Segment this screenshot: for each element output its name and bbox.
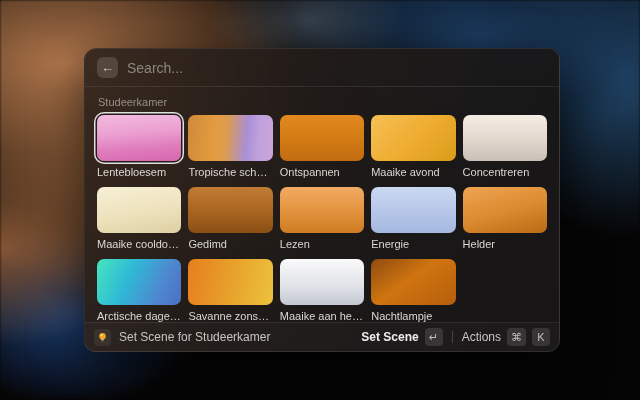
footer-divider [452,331,453,343]
scene-thumbnail[interactable] [371,187,455,233]
scene-thumbnail[interactable] [280,187,364,233]
scene-label: Arctische dageraad [97,310,181,322]
scene-thumbnail[interactable] [188,187,272,233]
scene-label: Savanne zonsonderg… [188,310,272,322]
scene-label: Maaike avond [371,166,455,178]
scene-item[interactable]: Energie [371,187,455,250]
action-bar: Set Scene for Studeerkamer Set Scene ↵ A… [85,322,559,351]
scene-item[interactable]: Maaike avond [371,115,455,178]
scene-picker-window: ← Studeerkamer Lentebloesem Tropische sc… [84,48,560,352]
command-keycap: ⌘ [507,328,526,346]
set-scene-label: Set Scene [361,330,418,344]
scene-label: Nachtlampje [371,310,455,322]
scene-item[interactable]: Maaike aan het werk [280,259,364,322]
scene-thumbnail[interactable] [97,259,181,305]
enter-keycap: ↵ [425,328,443,346]
scene-label: Tropische schemering [188,166,272,178]
scene-label: Maaike cooldown [97,238,181,250]
scene-thumbnail[interactable] [280,115,364,161]
scene-item[interactable]: Tropische schemering [188,115,272,178]
search-bar: ← [85,49,559,87]
scene-item[interactable]: Gedimd [188,187,272,250]
scene-item[interactable]: Maaike cooldown [97,187,181,250]
scene-item[interactable]: Helder [463,187,547,250]
scene-item[interactable]: Savanne zonsonderg… [188,259,272,322]
scene-thumbnail[interactable] [463,115,547,161]
scene-label: Energie [371,238,455,250]
scene-thumbnail[interactable] [463,187,547,233]
scene-item[interactable]: Lezen [280,187,364,250]
k-keycap: K [532,328,550,346]
scene-label: Lentebloesem [97,166,181,178]
section-title: Studeerkamer [98,96,547,108]
scene-item[interactable]: Nachtlampje [371,259,455,322]
scene-thumbnail[interactable] [97,115,181,161]
scene-label: Concentreren [463,166,547,178]
scene-thumbnail[interactable] [371,115,455,161]
scene-label: Helder [463,238,547,250]
scene-item[interactable]: Lentebloesem [97,115,181,178]
scene-label: Lezen [280,238,364,250]
scene-list: Studeerkamer Lentebloesem Tropische sche… [85,87,559,322]
scene-item[interactable]: Concentreren [463,115,547,178]
scene-label: Maaike aan het werk [280,310,364,322]
search-input[interactable] [127,60,547,76]
status-text: Set Scene for Studeerkamer [119,330,270,344]
scene-item[interactable]: Ontspannen [280,115,364,178]
scene-thumbnail[interactable] [188,259,272,305]
scene-thumbnail[interactable] [97,187,181,233]
scene-thumbnail[interactable] [280,259,364,305]
scene-item[interactable]: Arctische dageraad [97,259,181,322]
scene-thumbnail[interactable] [371,259,455,305]
actions-button[interactable]: Actions ⌘ K [462,328,550,346]
scene-grid: Lentebloesem Tropische schemering Ontspa… [97,115,547,322]
set-scene-button[interactable]: Set Scene ↵ [361,328,442,346]
lightbulb-icon [94,329,111,346]
scene-label: Ontspannen [280,166,364,178]
back-button[interactable]: ← [97,57,118,78]
actions-label: Actions [462,330,501,344]
scene-thumbnail[interactable] [188,115,272,161]
scene-label: Gedimd [188,238,272,250]
